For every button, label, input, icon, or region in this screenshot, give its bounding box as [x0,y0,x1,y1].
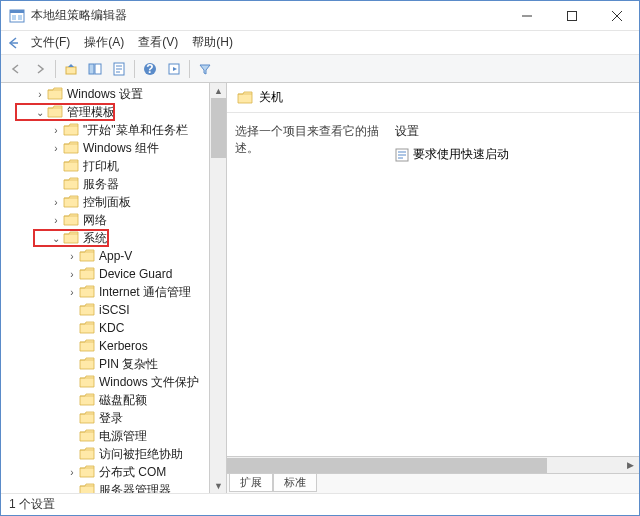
expand-icon[interactable]: › [65,249,79,263]
show-hide-button[interactable] [84,58,106,80]
tree-item[interactable]: 服务器 [1,175,209,193]
tree-item[interactable]: ›"开始"菜单和任务栏 [1,121,209,139]
scroll-down-arrow[interactable]: ▼ [210,478,227,493]
expand-icon[interactable]: › [65,285,79,299]
folder-icon [79,303,95,317]
spacer [65,429,79,443]
close-button[interactable] [594,1,639,31]
spacer [65,447,79,461]
tree-item[interactable]: ›控制面板 [1,193,209,211]
tab-standard[interactable]: 标准 [273,474,317,492]
content: ›Windows 设置⌄管理模板›"开始"菜单和任务栏›Windows 组件打印… [1,83,639,493]
folder-icon [63,177,79,191]
tree-item[interactable]: ›Windows 设置 [1,85,209,103]
tree-item[interactable]: ›Device Guard [1,265,209,283]
tree-item[interactable]: Kerberos [1,337,209,355]
tree-item[interactable]: ⌄系统 [1,229,209,247]
folder-icon [79,465,95,479]
up-button[interactable] [60,58,82,80]
spacer [49,177,63,191]
description-text: 选择一个项目来查看它的描述。 [235,123,379,157]
tree-item-label: Windows 组件 [83,140,159,157]
folder-icon [63,195,79,209]
svg-rect-6 [66,67,76,74]
tree-item-label: "开始"菜单和任务栏 [83,122,188,139]
back-button[interactable] [5,58,27,80]
tree-item[interactable]: 服务器管理器 [1,481,209,493]
expand-icon[interactable]: › [49,141,63,155]
settings-header: 设置 [395,123,631,140]
collapse-icon[interactable]: ⌄ [49,231,63,245]
horizontal-scrollbar[interactable]: ▶ [227,456,639,473]
tree-item[interactable]: 磁盘配额 [1,391,209,409]
svg-rect-7 [89,64,94,74]
export-button[interactable] [163,58,185,80]
folder-icon [79,483,95,493]
properties-button[interactable] [108,58,130,80]
maximize-button[interactable] [549,1,594,31]
tree-item-label: Kerberos [99,339,148,353]
expand-icon[interactable]: › [49,213,63,227]
collapse-icon[interactable]: ⌄ [33,105,47,119]
tree-item-label: 服务器 [83,176,119,193]
expand-icon[interactable]: › [49,195,63,209]
spacer [49,159,63,173]
tree-item[interactable]: KDC [1,319,209,337]
tree-item[interactable]: ⌄管理模板 [1,103,209,121]
tree-item[interactable]: 电源管理 [1,427,209,445]
tree[interactable]: ›Windows 设置⌄管理模板›"开始"菜单和任务栏›Windows 组件打印… [1,83,209,493]
tree-item[interactable]: ›Windows 组件 [1,139,209,157]
expand-icon[interactable]: › [33,87,47,101]
scroll-thumb[interactable] [211,98,226,158]
tree-item[interactable]: ›网络 [1,211,209,229]
tree-item-label: KDC [99,321,124,335]
scroll-right-arrow[interactable]: ▶ [622,458,639,473]
spacer [65,339,79,353]
tree-item[interactable]: 打印机 [1,157,209,175]
details-pane: 关机 选择一个项目来查看它的描述。 设置 要求使用快速启动 ▶ 扩展 标准 [227,83,639,493]
rewind-icon[interactable] [5,34,23,52]
menu-help[interactable]: 帮助(H) [186,32,239,53]
tree-item[interactable]: iSCSI [1,301,209,319]
setting-item[interactable]: 要求使用快速启动 [395,146,631,163]
spacer [65,303,79,317]
tree-item-label: 服务器管理器 [99,482,171,494]
scroll-thumb[interactable] [227,458,547,473]
menu-view[interactable]: 查看(V) [132,32,184,53]
folder-icon [79,375,95,389]
titlebar: 本地组策略编辑器 [1,1,639,31]
folder-icon [47,87,63,101]
menu-action[interactable]: 操作(A) [78,32,130,53]
tree-item-label: PIN 复杂性 [99,356,158,373]
tree-item[interactable]: Windows 文件保护 [1,373,209,391]
forward-button[interactable] [29,58,51,80]
expand-icon[interactable]: › [65,267,79,281]
expand-icon[interactable]: › [65,465,79,479]
help-button[interactable]: ? [139,58,161,80]
tree-item-label: 电源管理 [99,428,147,445]
folder-icon [63,123,79,137]
folder-icon [79,447,95,461]
tree-item[interactable]: ›Internet 通信管理 [1,283,209,301]
details-title: 关机 [259,89,283,106]
menu-file[interactable]: 文件(F) [25,32,76,53]
tab-extended[interactable]: 扩展 [229,474,273,492]
status-text: 1 个设置 [9,496,55,513]
vertical-scrollbar[interactable]: ▲ ▼ [209,83,226,493]
tree-item[interactable]: ›分布式 COM [1,463,209,481]
filter-button[interactable] [194,58,216,80]
spacer [65,393,79,407]
tree-item[interactable]: 登录 [1,409,209,427]
tree-item[interactable]: 访问被拒绝协助 [1,445,209,463]
tree-item-label: 网络 [83,212,107,229]
svg-rect-8 [95,64,101,74]
minimize-button[interactable] [504,1,549,31]
tree-item-label: 磁盘配额 [99,392,147,409]
expand-icon[interactable]: › [49,123,63,137]
tree-item[interactable]: PIN 复杂性 [1,355,209,373]
folder-icon [63,213,79,227]
scroll-up-arrow[interactable]: ▲ [210,83,227,98]
tree-item-label: Windows 设置 [67,86,143,103]
tree-item[interactable]: ›App-V [1,247,209,265]
folder-icon [79,339,95,353]
